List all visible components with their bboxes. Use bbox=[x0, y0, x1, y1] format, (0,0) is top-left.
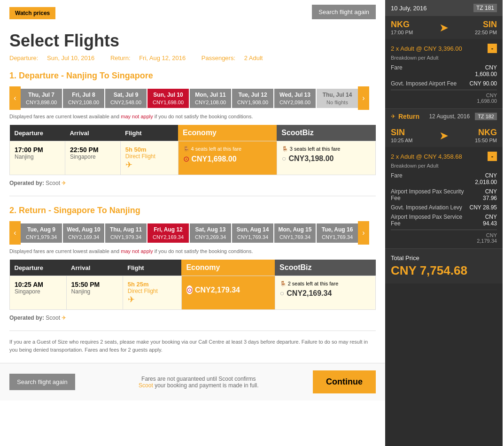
date-fri-jul8[interactable]: Fri, Jul 8 CNY2,108.00 bbox=[63, 89, 104, 108]
date-sat-aug13[interactable]: Sat, Aug 13 CNY3,269.34 bbox=[190, 223, 231, 243]
dep-flight-cell: 5h 50m Direct Flight ✈ bbox=[120, 141, 178, 175]
sidebar-ret-airport-pax-row: Airport Imposed Pax Security Fee CNY 37.… bbox=[391, 188, 497, 201]
ret-col-scootbiz: ScootBiz bbox=[275, 260, 375, 276]
departure-flight-table: Departure Arrival Flight Economy ScootBi… bbox=[9, 125, 376, 175]
ret-scootbiz-price: CNY2,169.34 bbox=[287, 289, 332, 298]
date-mon-aug15[interactable]: Mon, Aug 15 CNY1,769.34 bbox=[274, 223, 316, 243]
trip-info: Departure: Sun, Jul 10, 2016 Return: Fri… bbox=[9, 54, 376, 62]
ret-departure-cell: 10:25 AM Singapore bbox=[10, 276, 67, 310]
sidebar-ret-from: SIN bbox=[391, 128, 412, 138]
return-title: 2. Return - Singapore To Nanjing bbox=[9, 206, 376, 215]
return-flight-row: 10:25 AM Singapore 15:50 PM Nanjing 5h 2… bbox=[10, 276, 376, 310]
ret-route-arrow-icon: ➤ bbox=[439, 129, 449, 142]
sidebar-dep-route: NKG 17:00 PM ➤ SIN 22:50 PM bbox=[385, 16, 503, 39]
sidebar-total-section: Total Price CNY 7,754.68 bbox=[385, 249, 503, 284]
departure-date-picker: ‹ Thu, Jul 7 CNY3,898.00 Fri, Jul 8 CNY2… bbox=[9, 86, 376, 110]
date-tue-aug9[interactable]: Tue, Aug 9 CNY1,979.34 bbox=[21, 223, 62, 243]
sidebar-ret-flight-no: TZ 182 bbox=[475, 113, 497, 120]
departure-prev-date[interactable]: ‹ bbox=[9, 86, 21, 110]
date-sun-jul10[interactable]: Sun, Jul 10 CNY1,698.00 bbox=[147, 89, 189, 108]
sidebar-dep-flight-no: TZ 181 bbox=[473, 4, 497, 12]
date-thu-jul14[interactable]: Thu, Jul 14 No flights bbox=[317, 89, 358, 108]
date-thu-jul7[interactable]: Thu, Jul 7 CNY3,898.00 bbox=[21, 89, 62, 108]
sidebar-ret-header: ✈ Return 12 August, 2016 TZ 182 bbox=[385, 109, 503, 124]
departure-dates: Thu, Jul 7 CNY3,898.00 Fri, Jul 8 CNY2,1… bbox=[21, 89, 358, 108]
sidebar-ret-fare-row: Fare CNY2,018.00 bbox=[391, 172, 497, 185]
ret-col-economy: Economy bbox=[181, 260, 275, 276]
sidebar-total-label: Total Price bbox=[391, 254, 497, 261]
date-tue-aug16[interactable]: Tue, Aug 16 CNY1,769.34 bbox=[317, 223, 358, 243]
ret-scootbiz-radio[interactable]: ○ bbox=[280, 289, 285, 298]
sidebar-dep-date: 10 July, 2016 bbox=[391, 5, 426, 12]
dep-economy-price: CNY1,698.00 bbox=[192, 155, 237, 163]
dep-scootbiz-seats: 🪑 3 seats left at this fare bbox=[282, 146, 371, 152]
ret-economy-cell[interactable]: ⊙ CNY2,179.34 bbox=[181, 276, 275, 310]
sidebar-dep-pricing: 2 x Adult @ CNY 3,396.00 - Breakdown per… bbox=[385, 39, 503, 109]
col-scootbiz: ScootBiz bbox=[277, 125, 375, 141]
ret-plane-icon: ✈ bbox=[128, 294, 177, 305]
departure-title: 1. Departure - Nanjing To Singapore bbox=[9, 71, 376, 81]
sidebar-dep-minus-button[interactable]: - bbox=[488, 44, 497, 53]
dep-departure-cell: 17:00 PM Nanjing bbox=[10, 141, 65, 175]
dep-economy-radio[interactable]: ⊙ bbox=[183, 154, 189, 163]
ret-col-flight: Flight bbox=[123, 260, 181, 276]
ret-economy-radio[interactable]: ⊙ bbox=[186, 285, 193, 294]
sidebar-ret-aviation-levy-row: Govt. Imposed Aviation Levy CNY 28.95 bbox=[391, 204, 497, 211]
seat-icon: 🪑 bbox=[183, 146, 190, 152]
ret-operated-by: Operated by: Scoot ✈ bbox=[9, 315, 376, 321]
sidebar-ret-minus-button[interactable]: - bbox=[488, 152, 497, 161]
return-disclaimer: Displayed fares are current lowest avail… bbox=[9, 248, 376, 254]
sidebar-ret-to: NKG bbox=[475, 128, 497, 138]
dep-scootbiz-radio[interactable]: ○ bbox=[282, 154, 287, 163]
ret-direct: Direct Flight bbox=[128, 288, 177, 294]
sidebar-dep-to: SIN bbox=[475, 20, 497, 30]
continue-button[interactable]: Continue bbox=[313, 370, 376, 393]
route-arrow-icon: ➤ bbox=[439, 21, 449, 34]
ret-dep-time: 10:25 AM bbox=[15, 281, 62, 288]
ret-scootbiz-cell[interactable]: 🪑 2 seats left at this fare ○ CNY2,169.3… bbox=[275, 276, 375, 310]
ret-arr-city: Nanjing bbox=[71, 288, 118, 295]
return-next-date[interactable]: › bbox=[358, 221, 369, 245]
return-plane-icon: ✈ bbox=[391, 113, 395, 120]
search-again-bottom-button[interactable]: Search flight again bbox=[9, 374, 75, 390]
return-prev-date[interactable]: ‹ bbox=[9, 221, 21, 245]
seat-icon-biz: 🪑 bbox=[282, 146, 288, 152]
sidebar-ret-route: SIN 10:25 AM ➤ NKG 15:50 PM bbox=[385, 124, 503, 147]
sidebar-ret-pricing: 2 x Adult @ CNY 4,358.68 - Breakdown per… bbox=[385, 147, 503, 249]
dep-direct: Direct Flight bbox=[125, 153, 173, 160]
ret-arr-time: 15:50 PM bbox=[71, 281, 118, 288]
dep-scootbiz-price: CNY3,198.00 bbox=[288, 154, 333, 163]
scoot-link[interactable]: Scoot bbox=[139, 382, 153, 389]
date-wed-jul13[interactable]: Wed, Jul 13 CNY2,098.00 bbox=[274, 89, 316, 108]
date-mon-jul11[interactable]: Mon, Jul 11 CNY2,108.00 bbox=[190, 89, 231, 108]
dep-city: Nanjing bbox=[15, 154, 60, 160]
sidebar-dep-breakdown-label: Breakdown per Adult bbox=[391, 55, 497, 61]
date-fri-aug12[interactable]: Fri, Aug 12 CNY2,169.34 bbox=[147, 223, 189, 243]
dep-time: 17:00 PM bbox=[15, 146, 60, 154]
dep-operated-by: Operated by: Scoot ✈ bbox=[9, 180, 376, 186]
date-tue-jul12[interactable]: Tue, Jul 12 CNY1,908.00 bbox=[232, 89, 273, 108]
date-sun-aug14[interactable]: Sun, Aug 14 CNY1,769.34 bbox=[232, 223, 273, 243]
date-wed-aug10[interactable]: Wed, Aug 10 CNY2,169.34 bbox=[63, 223, 104, 243]
return-flight-table: Departure Arrival Flight Economy ScootBi… bbox=[9, 260, 376, 310]
departure-section: 1. Departure - Nanjing To Singapore ‹ Th… bbox=[9, 71, 376, 186]
ret-economy-price: CNY2,179.34 bbox=[195, 286, 240, 294]
ret-scootbiz-seats: 🪑 2 seats left at this fare bbox=[280, 281, 371, 287]
search-again-top-button[interactable]: Search flight again bbox=[312, 5, 376, 19]
plane-icon: ✈ bbox=[125, 160, 173, 170]
sidebar-dep-dep-time: 17:00 PM bbox=[391, 30, 413, 35]
date-thu-aug11[interactable]: Thu, Aug 11 CNY1,979.34 bbox=[105, 223, 147, 243]
fares-note: Fares are not guaranteed until Scoot con… bbox=[85, 376, 313, 389]
dep-economy-cell[interactable]: 🪑 4 seats left at this fare ⊙ CNY1,698.0… bbox=[178, 141, 277, 175]
sidebar-dep-govt-row: Govt. Imposed Airport Fee CNY 90.00 bbox=[391, 80, 497, 87]
col-departure: Departure bbox=[10, 125, 65, 141]
col-arrival: Arrival bbox=[65, 125, 120, 141]
sidebar-ret-breakdown-label: Breakdown per Adult bbox=[391, 163, 497, 169]
sidebar-ret-arr-time: 15:50 PM bbox=[475, 138, 497, 143]
watch-prices-button[interactable]: Watch prices bbox=[9, 7, 55, 19]
departure-next-date[interactable]: › bbox=[358, 86, 369, 110]
ret-col-arrival: Arrival bbox=[66, 260, 123, 276]
date-sat-jul9[interactable]: Sat, Jul 9 CNY2,548.00 bbox=[105, 89, 147, 108]
dep-scootbiz-cell[interactable]: 🪑 3 seats left at this fare ○ CNY3,198.0… bbox=[277, 141, 375, 175]
departure-disclaimer: Displayed fares are current lowest avail… bbox=[9, 114, 376, 119]
